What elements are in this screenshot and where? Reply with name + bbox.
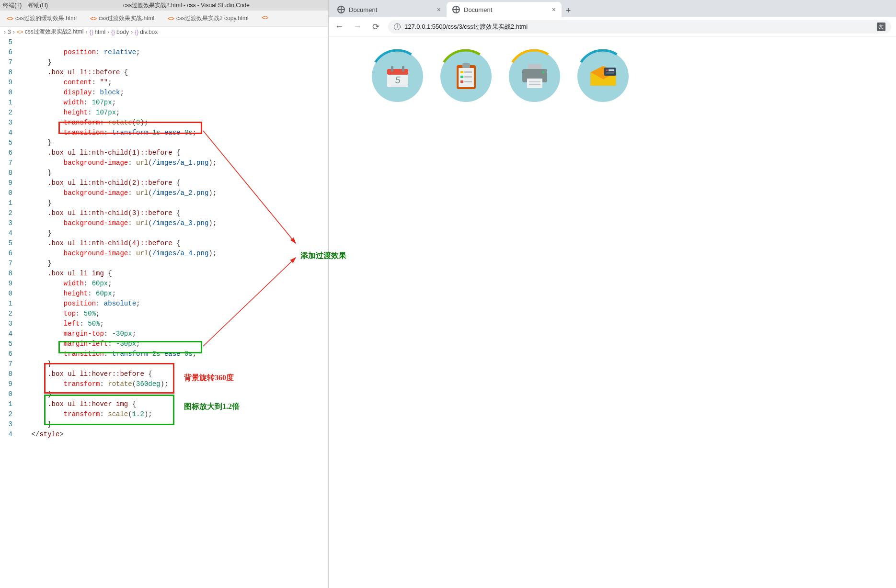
code-area[interactable]: position: relative; } .box ul li::before… xyxy=(15,37,328,588)
annotation-label-transition: 添加过渡效果 xyxy=(300,250,346,260)
breadcrumb-item[interactable]: {}html xyxy=(89,29,105,35)
page-content: 5 xyxy=(329,36,896,588)
svg-point-8 xyxy=(440,50,492,102)
icon-list: 5 xyxy=(372,51,853,102)
editor-tab[interactable]: <> xyxy=(255,11,276,25)
list-item[interactable]: 5 xyxy=(372,51,423,102)
arc-decoration xyxy=(507,49,562,103)
browser-tab[interactable]: Document × xyxy=(332,2,447,17)
reload-button[interactable]: ⟳ xyxy=(370,22,381,32)
list-item[interactable] xyxy=(577,51,629,102)
file-icon: <> xyxy=(262,14,269,21)
menu-help[interactable]: 帮助(H) xyxy=(28,1,48,10)
file-icon: <> xyxy=(7,15,13,22)
file-icon: <> xyxy=(168,15,174,22)
globe-icon xyxy=(452,6,460,13)
file-icon: <> xyxy=(90,15,97,22)
globe-icon xyxy=(337,6,345,13)
editor-tabs: <>css过渡的缓动效果.html <>css过渡效果实战.html <>css… xyxy=(0,11,328,27)
tab-title: Document xyxy=(464,6,492,13)
translate-icon[interactable]: 文 xyxy=(877,23,885,31)
vscode-panel: 终端(T) 帮助(H) css过渡效果实战2.html - css - Visu… xyxy=(0,0,328,588)
list-item[interactable] xyxy=(440,51,492,102)
vscode-menubar: 终端(T) 帮助(H) css过渡效果实战2.html - css - Visu… xyxy=(0,0,328,11)
site-info-icon[interactable]: i xyxy=(394,23,401,30)
new-tab-button[interactable]: + xyxy=(562,4,575,17)
code-editor[interactable]: 5678901234567890123456789012345678901234… xyxy=(0,37,328,588)
browser-toolbar: ← → ⟳ i 127.0.0.1:5500/css/3/css过渡效果实战2.… xyxy=(329,17,896,36)
tab-label: css过渡效果实战2 copy.html xyxy=(176,14,248,23)
tab-label: css过渡效果实战.html xyxy=(99,14,154,23)
window-title: css过渡效果实战2.html - css - Visual Studio Co… xyxy=(55,1,318,10)
browser-panel: Document × Document × + ← → ⟳ i 127.0.0.… xyxy=(328,0,896,588)
browser-tab-active[interactable]: Document × xyxy=(447,2,562,17)
browser-tab-strip: Document × Document × + xyxy=(329,0,896,17)
breadcrumb-item[interactable]: <>css过渡效果实战2.html xyxy=(17,28,84,36)
editor-tab[interactable]: <>css过渡效果实战.html xyxy=(83,11,161,26)
close-icon[interactable]: × xyxy=(437,6,441,13)
forward-button[interactable]: → xyxy=(352,22,363,32)
breadcrumb[interactable]: › 3 › <>css过渡效果实战2.html › {}html › {}bod… xyxy=(0,27,328,37)
editor-tab[interactable]: <>css过渡的缓动效果.html xyxy=(0,11,83,26)
brackets-icon: {} xyxy=(89,29,93,35)
editor-tab[interactable]: <>css过渡效果实战2 copy.html xyxy=(161,11,255,26)
brackets-icon: {} xyxy=(135,29,138,35)
svg-point-2 xyxy=(371,50,423,102)
arc-decoration xyxy=(439,49,493,103)
breadcrumb-item[interactable]: {}body xyxy=(111,29,129,35)
menu-terminal[interactable]: 终端(T) xyxy=(3,1,22,10)
back-button[interactable]: ← xyxy=(333,22,345,32)
arc-decoration xyxy=(576,49,630,103)
tab-label: css过渡的缓动效果.html xyxy=(15,14,77,23)
svg-point-18 xyxy=(508,50,560,102)
brackets-icon: {} xyxy=(111,29,115,35)
url-text: 127.0.0.1:5500/css/3/css过渡效果实战2.html xyxy=(404,23,528,31)
close-icon[interactable]: × xyxy=(552,6,556,13)
svg-point-25 xyxy=(577,50,629,102)
annotation-label-scale: 图标放大到1.2倍 xyxy=(184,401,240,411)
address-bar[interactable]: i 127.0.0.1:5500/css/3/css过渡效果实战2.html 文 xyxy=(388,20,891,34)
file-icon: <> xyxy=(17,29,23,35)
annotation-label-rotate: 背景旋转360度 xyxy=(184,373,234,383)
arc-decoration xyxy=(370,49,425,103)
line-gutter: 5678901234567890123456789012345678901234 xyxy=(0,37,15,588)
tab-title: Document xyxy=(349,6,377,13)
breadcrumb-item[interactable]: 3 xyxy=(8,29,11,35)
list-item[interactable] xyxy=(509,51,560,102)
breadcrumb-item[interactable]: {}div.box xyxy=(135,29,158,35)
